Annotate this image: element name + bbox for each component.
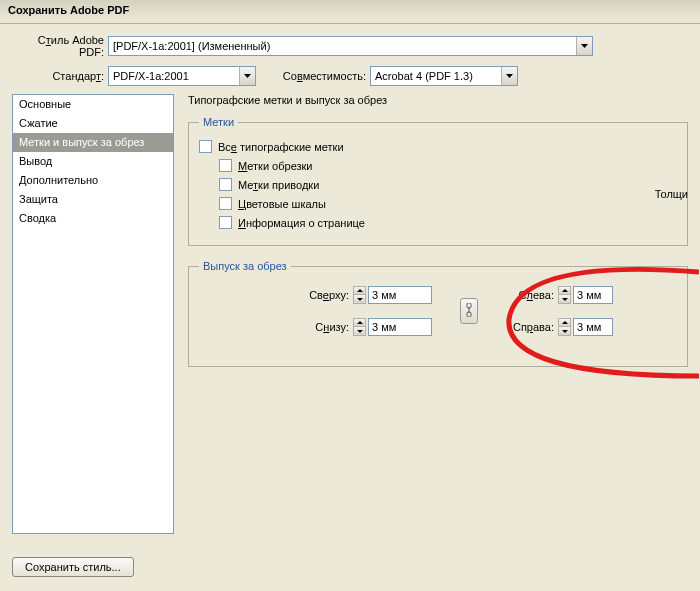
bleed-legend: Выпуск за обрез (199, 260, 291, 272)
check-pageinfo-label: Информация о странице (238, 217, 365, 229)
bleed-right-row: Справа: 3 мм (506, 318, 613, 336)
compat-combo-value: Acrobat 4 (PDF 1.3) (371, 67, 501, 85)
dialog-content: Стиль Adobe PDF: [PDF/X-1a:2001] (Измене… (0, 24, 700, 591)
standard-combo-value: PDF/X-1a:2001 (109, 67, 239, 85)
sidebar-item-security[interactable]: Защита (13, 190, 173, 209)
style-combo-value: [PDF/X-1a:2001] (Измененный) (109, 37, 576, 55)
style-combo[interactable]: [PDF/X-1a:2001] (Измененный) (108, 36, 593, 56)
window-title: Сохранить Adobe PDF (8, 4, 129, 16)
style-row: Стиль Adobe PDF: [PDF/X-1a:2001] (Измене… (12, 34, 688, 58)
check-page-info[interactable] (219, 216, 232, 229)
bleed-top-input[interactable]: 3 мм (368, 286, 432, 304)
check-trim-label: Метки обрезки (238, 160, 313, 172)
check-pageinfo-row: Информация о странице (219, 216, 677, 229)
bleed-left-label: Слева: (506, 289, 554, 301)
check-colorbars-row: Цветовые шкалы (219, 197, 677, 210)
bleed-left-row: Слева: 3 мм (506, 286, 613, 304)
window-titlebar: Сохранить Adobe PDF (0, 0, 700, 24)
compat-label: Совместимость: (270, 70, 366, 82)
bleed-top-label: Сверху: (299, 289, 349, 301)
bleed-left-stepper[interactable] (558, 286, 571, 304)
bleed-bottom-stepper[interactable] (353, 318, 366, 336)
link-values-button[interactable] (460, 298, 478, 324)
check-registration-marks[interactable] (219, 178, 232, 191)
check-color-bars[interactable] (219, 197, 232, 210)
check-trim-marks[interactable] (219, 159, 232, 172)
bleed-grid: Сверху: 3 мм Снизу: 3 мм (299, 286, 677, 336)
bleed-top-stepper[interactable] (353, 286, 366, 304)
sidebar-item-compression[interactable]: Сжатие (13, 114, 173, 133)
category-sidebar: Основные Сжатие Метки и выпуск за обрез … (12, 94, 174, 534)
std-compat-row: Стандарт: PDF/X-1a:2001 Совместимость: A… (52, 66, 688, 86)
link-icon (465, 303, 473, 319)
chevron-down-icon[interactable] (239, 67, 255, 85)
panel-title: Типографские метки и выпуск за обрез (188, 94, 688, 106)
bleed-right-label: Справа: (506, 321, 554, 333)
main-area: Основные Сжатие Метки и выпуск за обрез … (12, 94, 688, 534)
marks-legend: Метки (199, 116, 238, 128)
check-trim-row: Метки обрезки (219, 159, 677, 172)
check-registration-label: Метки приводки (238, 179, 319, 191)
bleed-left-input[interactable]: 3 мм (573, 286, 613, 304)
marks-group: Метки Все типографские метки Метки обрез… (188, 116, 688, 246)
sidebar-item-marks-and-bleed[interactable]: Метки и выпуск за обрез (13, 133, 173, 152)
check-all-marks-label: Все типографские метки (218, 141, 344, 153)
style-label: Стиль Adobe PDF: (12, 34, 104, 58)
settings-panel: Типографские метки и выпуск за обрез Мет… (188, 94, 688, 534)
bleed-group: Выпуск за обрез Сверху: 3 мм Снизу: (188, 260, 688, 367)
bleed-right-input[interactable]: 3 мм (573, 318, 613, 336)
bleed-top-row: Сверху: 3 мм (299, 286, 432, 304)
bleed-bottom-input[interactable]: 3 мм (368, 318, 432, 336)
compat-combo[interactable]: Acrobat 4 (PDF 1.3) (370, 66, 518, 86)
standard-combo[interactable]: PDF/X-1a:2001 (108, 66, 256, 86)
sidebar-item-output[interactable]: Вывод (13, 152, 173, 171)
bleed-bottom-row: Снизу: 3 мм (299, 318, 432, 336)
chevron-down-icon[interactable] (576, 37, 592, 55)
bleed-right-stepper[interactable] (558, 318, 571, 336)
save-style-button[interactable]: Сохранить стиль... (12, 557, 134, 577)
sidebar-item-summary[interactable]: Сводка (13, 209, 173, 228)
check-colorbars-label: Цветовые шкалы (238, 198, 326, 210)
check-registration-row: Метки приводки (219, 178, 677, 191)
sidebar-item-advanced[interactable]: Дополнительно (13, 171, 173, 190)
sidebar-item-general[interactable]: Основные (13, 95, 173, 114)
check-all-marks-row: Все типографские метки (199, 140, 677, 153)
check-all-marks[interactable] (199, 140, 212, 153)
standard-label: Стандарт: (52, 70, 104, 82)
bleed-bottom-label: Снизу: (299, 321, 349, 333)
chevron-down-icon[interactable] (501, 67, 517, 85)
thickness-label: Толщи (655, 188, 688, 200)
